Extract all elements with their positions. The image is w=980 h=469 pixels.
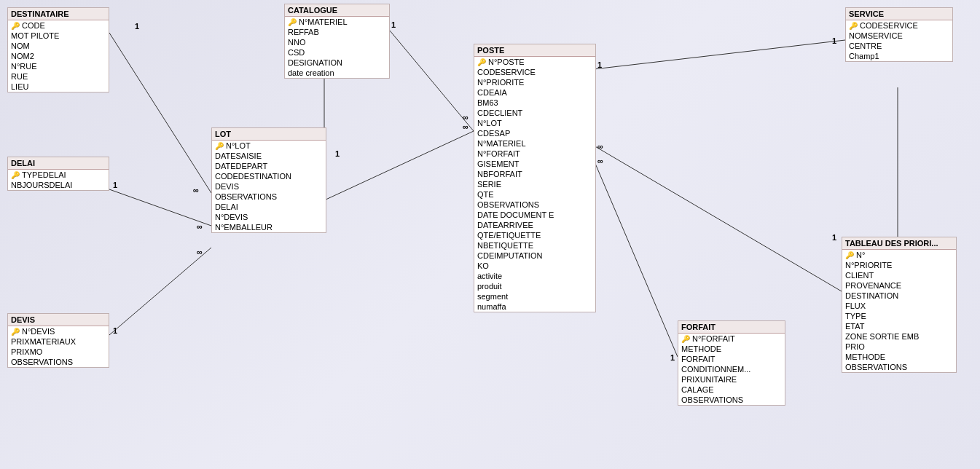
table-body-forfait[interactable]: 🔑 N°FORFAIT METHODE FORFAIT CONDITIONNEM… <box>678 334 785 405</box>
field-nomservice: NOMSERVICE <box>846 31 952 41</box>
table-header-delai: DELAI <box>8 157 109 170</box>
field-methode-forfait: METHODE <box>678 344 785 354</box>
rel-service-1: 1 <box>832 36 836 45</box>
key-icon-forfait: 🔑 <box>681 335 690 343</box>
key-icon-catalogue: 🔑 <box>288 18 297 26</box>
field-delai-pk: 🔑 TYPEDELAI <box>8 170 109 180</box>
field-service-pk: 🔑 CODESERVICE <box>846 20 952 31</box>
field-poste-pk: 🔑 N°POSTE <box>474 57 595 67</box>
table-forfait: FORFAIT 🔑 N°FORFAIT METHODE FORFAIT COND… <box>678 320 785 406</box>
rel-delai-lot-8: ∞ <box>197 222 203 231</box>
field-nno: NNO <box>285 37 389 47</box>
field-centre: CENTRE <box>846 41 952 51</box>
key-icon-devis: 🔑 <box>11 328 20 336</box>
field-nbforfait: NBFORFAIT <box>474 169 595 179</box>
field-cdesap: CDESAP <box>474 128 595 138</box>
field-nemballeur: N°EMBALLEUR <box>212 222 326 232</box>
svg-line-5 <box>324 131 474 200</box>
table-body-catalogue: 🔑 N°MATERIEL REFFAB NNO CSD DESIGNATION … <box>285 17 389 78</box>
field-etat: ETAT <box>842 321 956 331</box>
field-forfait-pk: 🔑 N°FORFAIT <box>678 334 785 344</box>
field-npriorite-tableau: N°PRIORITE <box>842 260 956 270</box>
field-type-tableau: TYPE <box>842 311 956 321</box>
field-methode-tableau: METHODE <box>842 352 956 362</box>
table-service: SERVICE 🔑 CODESERVICE NOMSERVICE CENTRE … <box>845 7 953 62</box>
field-cdeimputation: CDEIMPUTATION <box>474 251 595 261</box>
field-produit: produit <box>474 281 595 291</box>
table-body-service: 🔑 CODESERVICE NOMSERVICE CENTRE Champ1 <box>846 20 952 61</box>
field-nbetiquette: NBETIQUETTE <box>474 240 595 251</box>
field-champ1: Champ1 <box>846 51 952 61</box>
field-observations-tableau: OBSERVATIONS <box>842 362 956 372</box>
field-serie: SERIE <box>474 179 595 189</box>
field-designation: DESIGNATION <box>285 58 389 68</box>
field-delai-lot: DELAI <box>212 202 326 212</box>
rel-lot-poste-1: 1 <box>335 149 340 158</box>
table-devis: DEVIS 🔑 N°DEVIS PRIXMATERIAUX PRIXMO OBS… <box>7 313 109 368</box>
rel-delai-lot-1: 1 <box>113 181 117 189</box>
table-header-catalogue: CATALOGUE <box>285 4 389 17</box>
field-datearrivee: DATEARRIVEE <box>474 220 595 230</box>
table-body-delai: 🔑 TYPEDELAI NBJOURSDELAI <box>8 170 109 190</box>
field-nlot-poste: N°LOT <box>474 118 595 128</box>
rel-lot-poste-8: ∞ <box>463 122 469 131</box>
field-datesaisie: DATESAISIE <box>212 151 326 161</box>
db-canvas: 1 ∞ 1 ∞ 1 ∞ 1 ∞ 1 ∞ 1 ∞ ∞ 1 1 1 DESTINAT… <box>0 0 980 469</box>
rel-dest-lot-1: 1 <box>135 22 139 31</box>
field-prio: PRIO <box>842 342 956 352</box>
rel-dest-lot-8: ∞ <box>193 186 199 194</box>
svg-line-10 <box>594 160 678 357</box>
rel-tableau-1: 1 <box>832 233 836 242</box>
field-conditionnem: CONDITIONNEM... <box>678 364 785 374</box>
svg-line-0 <box>109 33 211 193</box>
field-activite: activite <box>474 271 595 281</box>
field-nom: NOM <box>8 41 109 51</box>
table-destinataire: DESTINATAIRE 🔑 CODE MOT PILOTE NOM NOM2 … <box>7 7 109 92</box>
field-devis-pk: 🔑 N°DEVIS <box>8 326 109 336</box>
field-gisement: GISEMENT <box>474 159 595 169</box>
field-reffab: REFFAB <box>285 27 389 37</box>
field-mot-pilote: MOT PILOTE <box>8 31 109 41</box>
table-poste: POSTE 🔑 N°POSTE CODESERVICE N°PRIORITE C… <box>474 44 596 312</box>
field-calage: CALAGE <box>678 385 785 395</box>
field-csd: CSD <box>285 47 389 58</box>
field-client-tableau: CLIENT <box>842 270 956 280</box>
rel-devis-lot-1: 1 <box>113 326 117 335</box>
table-catalogue: CATALOGUE 🔑 N°MATERIEL REFFAB NNO CSD DE… <box>284 4 390 79</box>
field-segment: segment <box>474 291 595 302</box>
field-observations-lot: OBSERVATIONS <box>212 192 326 202</box>
field-nrue: N°RUE <box>8 61 109 71</box>
field-destination-tableau: DESTINATION <box>842 291 956 301</box>
field-nom2: NOM2 <box>8 51 109 61</box>
svg-line-6 <box>109 189 211 226</box>
field-qte: QTE <box>474 189 595 200</box>
field-codedestination: CODEDESTINATION <box>212 171 326 181</box>
key-icon-poste: 🔑 <box>477 58 486 66</box>
field-npriorite-poste: N°PRIORITE <box>474 77 595 87</box>
table-header-tableau: TABLEAU DES PRIORI... <box>842 237 956 250</box>
table-header-devis: DEVIS <box>8 314 109 326</box>
field-nmateriel-poste: N°MATERIEL <box>474 138 595 149</box>
rel-poste-service-1: 1 <box>597 60 602 69</box>
svg-line-9 <box>594 146 842 291</box>
field-prixunitaire: PRIXUNITAIRE <box>678 374 785 385</box>
rel-forfait-1: 1 <box>670 353 675 362</box>
field-ko: KO <box>474 261 595 271</box>
field-prixmateriaux: PRIXMATERIAUX <box>8 336 109 347</box>
field-datedepart: DATEDEPART <box>212 161 326 171</box>
field-ndevis-lot: N°DEVIS <box>212 212 326 222</box>
svg-line-4 <box>390 31 474 131</box>
table-header-lot: LOT <box>212 128 326 141</box>
field-nbjoursdelai: NBJOURSDELAI <box>8 180 109 190</box>
rel-cat-lot-1: 1 <box>391 20 396 29</box>
field-observations-poste: OBSERVATIONS <box>474 200 595 210</box>
table-delai: DELAI 🔑 TYPEDELAI NBJOURSDELAI <box>7 157 109 191</box>
rel-devis-lot-8: ∞ <box>197 248 203 256</box>
key-icon-delai: 🔑 <box>11 171 20 179</box>
field-numaffa: numaffa <box>474 302 595 312</box>
table-body-destinataire[interactable]: 🔑 CODE MOT PILOTE NOM NOM2 N°RUE RUE LIE… <box>8 20 109 92</box>
table-header-forfait: FORFAIT <box>678 321 785 334</box>
table-body-tableau: 🔑 N° N°PRIORITE CLIENT PROVENANCE DESTIN… <box>842 250 956 372</box>
field-forfait-val: FORFAIT <box>678 354 785 364</box>
field-bm63: BM63 <box>474 98 595 108</box>
